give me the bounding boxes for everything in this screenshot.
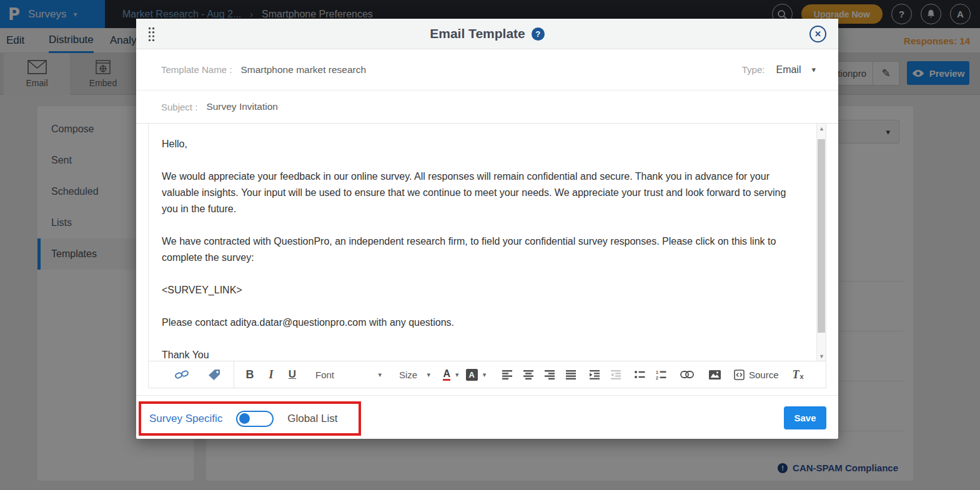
indent-icon	[590, 370, 600, 380]
subject-label: Subject :	[161, 102, 197, 112]
bulleted-list-icon	[635, 370, 645, 379]
close-icon: ✕	[814, 29, 821, 39]
svg-text:1: 1	[656, 370, 658, 375]
align-left-button[interactable]	[497, 365, 518, 384]
italic-button[interactable]: I	[260, 365, 282, 384]
modal-header: Email Template? ✕	[136, 19, 838, 49]
global-list-label[interactable]: Global List	[287, 413, 337, 425]
subject-row: Subject : Survey Invitation	[136, 91, 838, 124]
email-body-paragraph: <SURVEY_LINK>	[162, 282, 788, 298]
text-color-button[interactable]: A ▾	[440, 365, 462, 384]
annotation-highlight-box: Survey Specific Global List	[139, 401, 361, 436]
hyperlink-icon	[680, 371, 694, 378]
source-label: Source	[749, 370, 779, 380]
email-template-modal: Email Template? ✕ Template Name : Smartp…	[136, 19, 838, 439]
type-value: Email	[776, 64, 801, 76]
list-scope-toggle[interactable]	[236, 411, 274, 427]
justify-icon	[566, 370, 577, 380]
align-left-icon	[502, 370, 513, 380]
underline-button[interactable]: U	[282, 365, 303, 384]
align-right-button[interactable]	[539, 365, 560, 384]
scroll-down-icon[interactable]: ▼	[817, 351, 826, 361]
help-icon[interactable]: ?	[532, 27, 545, 41]
source-button[interactable]: Source	[734, 365, 779, 384]
email-body-paragraph: Thank You	[162, 347, 788, 361]
increase-indent-button[interactable]	[584, 365, 605, 384]
drag-dots-icon	[148, 27, 155, 42]
justify-button[interactable]	[560, 365, 582, 384]
survey-specific-label[interactable]: Survey Specific	[149, 413, 222, 425]
editor-scrollbar[interactable]: ▲ ▼	[816, 124, 826, 361]
background-color-icon: A	[466, 369, 478, 381]
modal-footer: Survey Specific Global List Save	[136, 395, 838, 439]
modal-title: Email Template?	[430, 26, 545, 41]
chevron-down-icon: ▾	[811, 65, 816, 74]
scrollbar-thumb[interactable]	[818, 139, 825, 333]
save-button[interactable]: Save	[784, 406, 826, 429]
email-body-paragraph: We have contracted with QuestionPro, an …	[162, 233, 788, 266]
subject-input[interactable]: Survey Invitation	[206, 101, 278, 112]
insert-image-button[interactable]	[704, 365, 725, 384]
font-family-select[interactable]: Font ▾	[312, 365, 385, 384]
font-size-select[interactable]: Size ▾	[395, 365, 434, 384]
remove-format-sub: x	[799, 373, 803, 380]
email-body-paragraph: Hello,	[162, 136, 788, 152]
chevron-down-icon: ▾	[455, 371, 459, 379]
text-color-icon: A	[443, 368, 450, 381]
svg-text:2: 2	[656, 375, 658, 380]
decrease-indent-button[interactable]	[605, 365, 626, 384]
email-body-paragraph: We would appreciate your feedback in our…	[162, 169, 788, 217]
type-label: Type:	[742, 64, 765, 75]
hyperlink-button[interactable]	[676, 365, 698, 384]
image-icon	[709, 370, 721, 380]
toolbar-divider	[234, 361, 234, 388]
remove-format-button[interactable]: T x	[788, 365, 809, 384]
editor-toolbar: B I U Font ▾ Size ▾ A ▾ A ▾	[149, 361, 826, 388]
align-center-button[interactable]	[518, 365, 539, 384]
align-right-icon	[545, 370, 555, 380]
remove-format-icon: T	[792, 368, 799, 381]
bold-button[interactable]: B	[239, 365, 260, 384]
align-center-icon	[523, 370, 534, 380]
chevron-down-icon: ▾	[483, 371, 487, 379]
outdent-icon	[611, 370, 621, 380]
scroll-up-icon[interactable]: ▲	[817, 124, 826, 133]
insert-link-button[interactable]	[171, 365, 192, 384]
email-body-paragraph: Please contact aditya.datar@questionpro.…	[162, 315, 788, 331]
font-family-value: Font	[315, 370, 334, 380]
toggle-knob	[239, 413, 250, 424]
close-button[interactable]: ✕	[809, 26, 826, 42]
numbered-list-button[interactable]: 12	[650, 365, 671, 384]
template-name-row: Template Name : Smartphone market resear…	[136, 49, 838, 91]
numbered-list-icon: 12	[656, 370, 666, 380]
drag-handle[interactable]	[148, 27, 155, 42]
rich-text-editor: Hello,We would appreciate your feedback …	[148, 124, 826, 388]
email-body-editor[interactable]: Hello,We would appreciate your feedback …	[149, 124, 826, 361]
chevron-down-icon: ▾	[378, 371, 382, 379]
font-size-value: Size	[399, 370, 417, 380]
background-color-button[interactable]: A ▾	[465, 365, 487, 384]
type-select[interactable]: Type: Email ▾	[742, 64, 816, 76]
template-name-label: Template Name :	[161, 64, 232, 75]
insert-tag-button[interactable]	[204, 365, 225, 384]
chain-link-icon	[175, 370, 189, 380]
chevron-down-icon: ▾	[427, 371, 430, 379]
template-name-input[interactable]: Smartphone market research	[240, 64, 366, 76]
source-icon	[734, 370, 745, 380]
bulleted-list-button[interactable]	[629, 365, 650, 384]
tag-icon	[208, 369, 221, 381]
